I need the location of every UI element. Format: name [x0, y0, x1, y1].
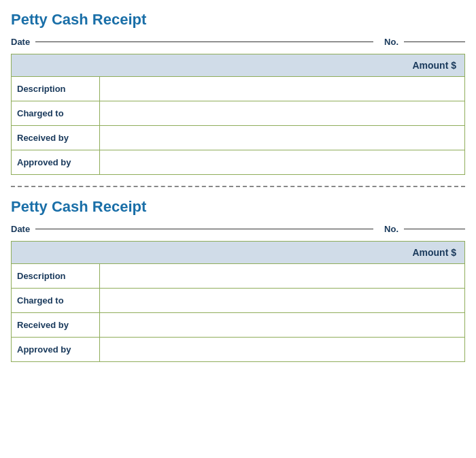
receipt-2-row-charged: Charged to — [12, 289, 464, 313]
receipt-1-row-description: Description — [12, 77, 464, 101]
receipt-1-no-line — [404, 42, 465, 42]
receipt-1-label-description: Description — [12, 77, 100, 101]
receipt-2-date-label: Date — [11, 224, 30, 234]
receipt-2-row-description: Description — [12, 264, 464, 289]
receipt-1-date-row: Date No. — [11, 37, 465, 47]
receipt-1-label-approved: Approved by — [12, 150, 100, 174]
receipt-2-row-approved: Approved by — [12, 338, 464, 361]
receipt-1-row-charged: Charged to — [12, 101, 464, 126]
receipt-2-date-row: Date No. — [11, 224, 465, 234]
receipt-divider — [11, 186, 465, 187]
receipt-2-row-received: Received by — [12, 313, 464, 338]
receipt-2-label-charged: Charged to — [12, 289, 100, 312]
receipt-1-label-received: Received by — [12, 126, 100, 150]
receipt-1-title: Petty Cash Receipt — [11, 11, 465, 29]
receipt-1-value-charged — [100, 101, 464, 125]
receipt-2-label-received: Received by — [12, 313, 100, 337]
receipt-1-value-approved — [100, 150, 464, 174]
receipt-1-row-received: Received by — [12, 126, 464, 150]
receipt-2-date-line — [35, 229, 373, 229]
receipt-2-value-received — [100, 313, 464, 337]
receipt-2-value-approved — [100, 338, 464, 361]
receipt-1: Petty Cash Receipt Date No. Amount $ Des… — [11, 11, 465, 175]
receipt-1-amount-header: Amount $ — [12, 54, 465, 77]
receipt-2: Petty Cash Receipt Date No. Amount $ Des… — [11, 198, 465, 362]
receipt-2-amount-header: Amount $ — [12, 242, 465, 264]
receipt-2-no-label: No. — [384, 224, 398, 234]
receipt-2-title: Petty Cash Receipt — [11, 198, 465, 216]
receipt-1-no-label: No. — [384, 37, 398, 47]
receipt-2-no-line — [404, 229, 465, 229]
receipt-1-value-received — [100, 126, 464, 150]
receipt-1-date-line — [35, 42, 373, 42]
receipt-2-label-description: Description — [12, 264, 100, 288]
receipt-2-value-description — [100, 264, 464, 288]
receipt-1-date-label: Date — [11, 37, 30, 47]
receipt-1-row-approved: Approved by — [12, 150, 464, 174]
receipt-1-value-description — [100, 77, 464, 101]
receipt-2-value-charged — [100, 289, 464, 312]
receipt-1-table: Amount $ Description Charged to Received… — [11, 54, 465, 175]
receipt-2-table: Amount $ Description Charged to Received… — [11, 241, 465, 362]
receipt-2-label-approved: Approved by — [12, 338, 100, 361]
receipt-1-label-charged: Charged to — [12, 101, 100, 125]
